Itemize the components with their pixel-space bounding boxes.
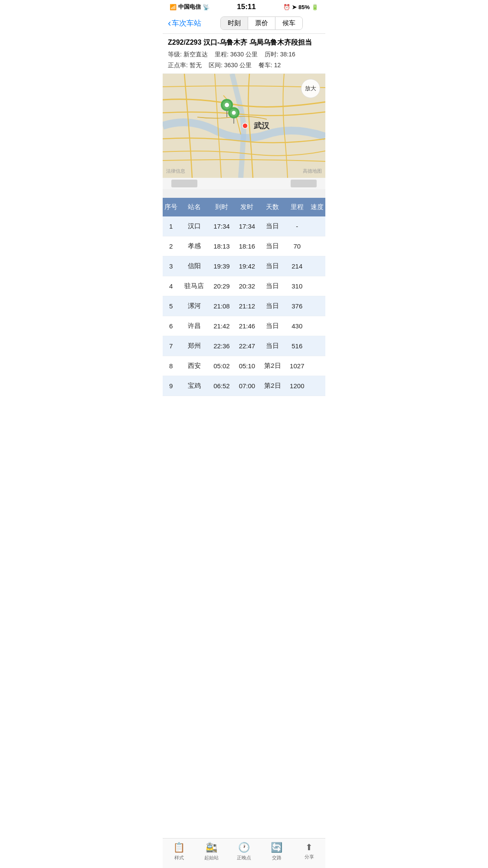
tab-waiting[interactable]: 候车 xyxy=(275,17,302,29)
interval-label: 区间: xyxy=(209,60,223,71)
svg-text:武汉: 武汉 xyxy=(254,121,270,130)
dining-item: 餐车: 12 xyxy=(259,60,281,71)
thumb-box-2 xyxy=(291,180,317,187)
punctuality-value: 暂无 xyxy=(190,60,202,71)
grade-value: 新空直达 xyxy=(183,49,208,60)
signal-icon: 📶 xyxy=(170,4,177,10)
svg-point-9 xyxy=(242,123,248,128)
interval-item: 区间: 3630 公里 xyxy=(209,60,252,71)
wifi-icon: 📡 xyxy=(203,4,210,10)
train-details: 等级: 新空直达 里程: 3630 公里 历时: 38:16 正点率: 暂无 xyxy=(168,49,320,71)
back-chevron-icon: ‹ xyxy=(168,19,171,28)
table-row[interactable]: 9宝鸡06:5207:00第2日1200 xyxy=(163,376,325,396)
content-wrap: Z292/Z293 汉口-乌鲁木齐 乌局乌鲁木齐段担当 等级: 新空直达 里程:… xyxy=(163,34,325,426)
status-left: 📶 中国电信 📡 xyxy=(170,3,210,11)
nav-tabs: 时刻 票价 候车 xyxy=(220,16,303,30)
table-row[interactable]: 2孝感18:1318:16当日70 xyxy=(163,236,325,256)
punctuality-item: 正点率: 暂无 xyxy=(168,60,202,71)
table-header-row: 序号 站名 到时 发时 天数 里程 速度 xyxy=(163,198,325,216)
map-watermark-left: 法律信息 xyxy=(166,168,185,174)
col-speed: 速度 xyxy=(308,198,325,216)
schedule-table: 序号 站名 到时 发时 天数 里程 速度 1汉口17:3417:34当日-2孝感… xyxy=(163,198,325,396)
table-row[interactable]: 1汉口17:3417:34当日- xyxy=(163,216,325,236)
duration-item: 历时: 38:16 xyxy=(265,49,295,60)
thumb-row xyxy=(163,178,325,189)
status-right: ⏰ ➤ 85% 🔋 xyxy=(283,4,318,10)
train-title: Z292/Z293 汉口-乌鲁木齐 乌局乌鲁木齐段担当 xyxy=(168,38,320,47)
grade-item: 等级: 新空直达 xyxy=(168,49,208,60)
col-seq: 序号 xyxy=(163,198,180,216)
nav-bar: ‹ 车次车站 时刻 票价 候车 xyxy=(163,13,325,34)
duration-label: 历时: xyxy=(265,49,278,60)
dining-value: 12 xyxy=(274,60,281,71)
col-day: 天数 xyxy=(260,198,286,216)
distance-value: 3630 公里 xyxy=(230,49,258,60)
grade-label: 等级: xyxy=(168,49,182,60)
status-bar: 📶 中国电信 📡 15:11 ⏰ ➤ 85% 🔋 xyxy=(163,0,325,13)
col-arrive: 到时 xyxy=(209,198,235,216)
back-button[interactable]: ‹ 车次车站 xyxy=(168,18,203,28)
col-distance: 里程 xyxy=(285,198,308,216)
battery-label: 85% xyxy=(298,4,310,10)
duration-value: 38:16 xyxy=(280,49,295,60)
table-row[interactable]: 7郑州22:3622:47当日516 xyxy=(163,336,325,356)
carrier-label: 中国电信 xyxy=(178,3,201,11)
back-label: 车次车站 xyxy=(172,18,201,28)
status-time: 15:11 xyxy=(237,3,255,11)
distance-label: 里程: xyxy=(215,49,229,60)
thumb-box-1 xyxy=(171,180,197,187)
train-info: Z292/Z293 汉口-乌鲁木齐 乌局乌鲁木齐段担当 等级: 新空直达 里程:… xyxy=(163,34,325,74)
tab-schedule[interactable]: 时刻 xyxy=(221,17,248,29)
svg-point-7 xyxy=(232,111,236,115)
table-row[interactable]: 4驻马店20:2920:32当日310 xyxy=(163,276,325,296)
table-row[interactable]: 3信阳19:3919:42当日214 xyxy=(163,256,325,276)
interval-value: 3630 公里 xyxy=(224,60,252,71)
alarm-icon: ⏰ xyxy=(283,4,290,10)
detail-row-2: 正点率: 暂无 区间: 3630 公里 餐车: 12 xyxy=(168,60,320,71)
battery-icon: 🔋 xyxy=(311,4,318,10)
table-row[interactable]: 5漯河21:0821:12当日376 xyxy=(163,296,325,316)
tab-price[interactable]: 票价 xyxy=(248,17,275,29)
location-icon: ➤ xyxy=(292,4,297,10)
detail-row-1: 等级: 新空直达 里程: 3630 公里 历时: 38:16 xyxy=(168,49,320,60)
col-depart: 发时 xyxy=(234,198,260,216)
map-watermark-right: 高德地图 xyxy=(303,168,322,174)
dining-label: 餐车: xyxy=(259,60,272,71)
punctuality-label: 正点率: xyxy=(168,60,188,71)
table-row[interactable]: 6许昌21:4221:46当日430 xyxy=(163,316,325,336)
map-area[interactable]: 武汉 放大 法律信息 高德地图 xyxy=(163,74,325,178)
col-station: 站名 xyxy=(180,198,209,216)
distance-item: 里程: 3630 公里 xyxy=(215,49,258,60)
table-row[interactable]: 8西安05:0205:10第2日1027 xyxy=(163,356,325,376)
svg-point-3 xyxy=(225,103,229,107)
divider-strip xyxy=(163,189,325,198)
